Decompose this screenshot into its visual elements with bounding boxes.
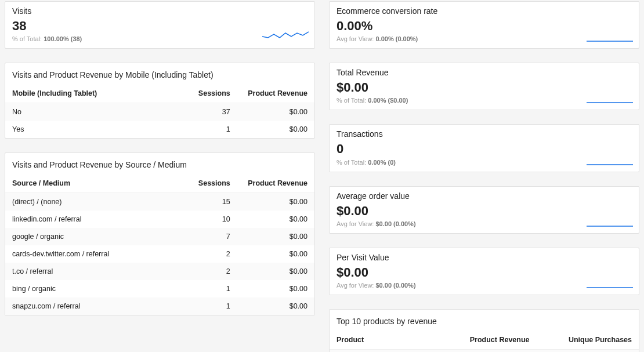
left-column: Visits 38 % of Total: 100.00% (38) Visit…: [5, 1, 315, 352]
aov-sparkline: [587, 215, 633, 228]
transactions-card: Transactions 0 % of Total: 0.00% (0): [329, 124, 639, 172]
mobile-col-2[interactable]: Product Revenue: [237, 84, 314, 103]
mobile-col-1[interactable]: Sessions: [175, 84, 237, 103]
ecr-title: Ecommerce conversion rate: [337, 6, 632, 16]
visits-sub-value: 100.00% (38): [44, 35, 82, 42]
source-table: Source / Medium Sessions Product Revenue…: [5, 174, 314, 315]
table-row[interactable]: cards-dev.twitter.com / referral2$0.00: [5, 245, 314, 263]
transactions-sparkline: [587, 153, 633, 167]
mobile-r1-c2: $0.00: [237, 121, 314, 138]
table-row[interactable]: No 37 $0.00: [5, 103, 314, 121]
visits-sub-label: % of Total:: [12, 35, 42, 42]
mobile-table: Mobile (Including Tablet) Sessions Produ…: [5, 84, 314, 138]
ecr-sparkline: [587, 30, 633, 43]
top-products-table: Product Product Revenue Unique Purchases…: [330, 331, 639, 352]
right-column: Ecommerce conversion rate 0.00% Avg for …: [329, 1, 639, 352]
source-col-1[interactable]: Sessions: [175, 174, 237, 193]
visits-card: Visits 38 % of Total: 100.00% (38): [5, 1, 315, 49]
mobile-r0-c0: No: [5, 103, 175, 121]
pvv-card: Per Visit Value $0.00 Avg for View: $0.0…: [329, 248, 639, 295]
mobile-table-card: Visits and Product Revenue by Mobile (In…: [5, 63, 315, 139]
total-revenue-card: Total Revenue $0.00 % of Total: 0.00% ($…: [329, 63, 639, 110]
mobile-card-title: Visits and Product Revenue by Mobile (In…: [5, 63, 314, 84]
pvv-sparkline: [587, 276, 633, 290]
visits-sparkline: [262, 30, 309, 43]
top-products-card: Top 10 products by revenue Product Produ…: [329, 309, 639, 352]
table-row[interactable]: Yes 1 $0.00: [5, 121, 314, 138]
ecr-card: Ecommerce conversion rate 0.00% Avg for …: [329, 1, 639, 49]
total-revenue-sparkline: [587, 91, 633, 105]
visits-title: Visits: [12, 6, 307, 16]
source-table-card: Visits and Product Revenue by Source / M…: [5, 153, 315, 315]
mobile-r0-c2: $0.00: [237, 103, 314, 121]
table-row[interactable]: snapzu.com / referral1$0.00: [5, 297, 314, 315]
source-card-title: Visits and Product Revenue by Source / M…: [5, 153, 314, 174]
tp-col-1[interactable]: Product Revenue: [453, 331, 546, 350]
aov-card: Average order value $0.00 Avg for View: …: [329, 186, 639, 234]
mobile-col-0[interactable]: Mobile (Including Tablet): [5, 84, 175, 103]
empty-text: There is no data for this view.: [330, 349, 639, 352]
top-products-title: Top 10 products by revenue: [330, 310, 639, 331]
source-col-0[interactable]: Source / Medium: [5, 174, 175, 193]
table-row[interactable]: linkedin.com / referral10$0.00: [5, 211, 314, 228]
empty-row: There is no data for this view.: [330, 349, 639, 352]
tp-col-2[interactable]: Unique Purchases: [546, 331, 639, 350]
mobile-r0-c1: 37: [175, 103, 237, 121]
tp-col-0[interactable]: Product: [330, 331, 453, 350]
table-row[interactable]: (direct) / (none)15$0.00: [5, 193, 314, 211]
table-row[interactable]: google / organic7$0.00: [5, 228, 314, 245]
table-row[interactable]: t.co / referral2$0.00: [5, 263, 314, 280]
mobile-r1-c0: Yes: [5, 121, 175, 138]
mobile-r1-c1: 1: [175, 121, 237, 138]
source-col-2[interactable]: Product Revenue: [237, 174, 314, 193]
table-row[interactable]: bing / organic1$0.00: [5, 280, 314, 297]
